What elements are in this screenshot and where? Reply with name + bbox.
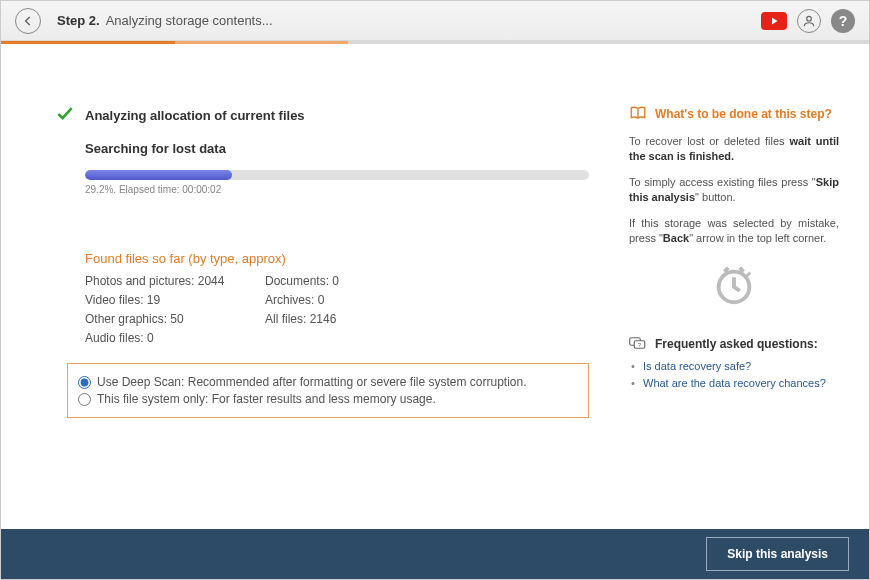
found-documents: Documents: 0 <box>265 274 445 288</box>
faq-item: What are the data recovery chances? <box>629 377 839 389</box>
svg-point-0 <box>807 16 812 21</box>
progress-bar <box>85 170 589 180</box>
scan-label-deep: Use Deep Scan: Recommended after formatt… <box>97 375 527 389</box>
found-archives: Archives: 0 <box>265 293 445 307</box>
question-icon: ? <box>839 13 848 29</box>
found-all: All files: 2146 <box>265 312 445 326</box>
youtube-button[interactable] <box>761 12 787 30</box>
found-video: Video files: 19 <box>85 293 265 307</box>
found-title: Found files so far (by type, approx) <box>85 251 589 266</box>
scan-radio-deep[interactable] <box>78 376 91 389</box>
scan-options: Use Deep Scan: Recommended after formatt… <box>67 363 589 418</box>
found-photos: Photos and pictures: 2044 <box>85 274 265 288</box>
info-p3: If this storage was selected by mistake,… <box>629 216 839 247</box>
scan-option-fs[interactable]: This file system only: For faster result… <box>78 392 578 406</box>
play-icon <box>768 15 780 27</box>
faq-link-1[interactable]: Is data recovery safe? <box>643 360 751 372</box>
skip-button[interactable]: Skip this analysis <box>706 537 849 571</box>
stage-title: Analyzing allocation of current files <box>85 108 305 123</box>
progress-text: 29.2%. Elapsed time: 00:00:02 <box>85 184 589 195</box>
help-button[interactable]: ? <box>831 9 855 33</box>
faq-icon: ? <box>629 336 647 352</box>
info-p1: To recover lost or deleted files wait un… <box>629 134 839 165</box>
user-button[interactable] <box>797 9 821 33</box>
check-icon <box>55 104 75 127</box>
user-icon <box>802 14 816 28</box>
scan-radio-fs[interactable] <box>78 393 91 406</box>
arrow-left-icon <box>21 14 35 28</box>
footer-bar: Skip this analysis <box>1 529 869 579</box>
scan-label-fs: This file system only: For faster result… <box>97 392 436 406</box>
faq-item: Is data recovery safe? <box>629 360 839 372</box>
stage-subtitle: Searching for lost data <box>85 141 589 156</box>
step-text: Analyzing storage contents... <box>106 13 273 28</box>
info-title: What's to be done at this step? <box>655 107 832 121</box>
step-progress-strip <box>1 41 869 44</box>
faq-link-2[interactable]: What are the data recovery chances? <box>643 377 826 389</box>
progress-bar-fill <box>85 170 232 180</box>
clock-icon <box>711 298 757 310</box>
step-number: Step 2. <box>57 13 100 28</box>
found-other: Other graphics: 50 <box>85 312 265 326</box>
back-button[interactable] <box>15 8 41 34</box>
found-audio: Audio files: 0 <box>85 331 265 345</box>
step-label: Step 2.Analyzing storage contents... <box>57 13 273 28</box>
book-icon <box>629 104 647 124</box>
header-bar: Step 2.Analyzing storage contents... ? <box>1 1 869 41</box>
info-p2: To simply access existing files press "S… <box>629 175 839 206</box>
faq-title: Frequently asked questions: <box>655 337 818 351</box>
found-grid: Photos and pictures: 2044 Documents: 0 V… <box>85 274 589 345</box>
scan-option-deep[interactable]: Use Deep Scan: Recommended after formatt… <box>78 375 578 389</box>
